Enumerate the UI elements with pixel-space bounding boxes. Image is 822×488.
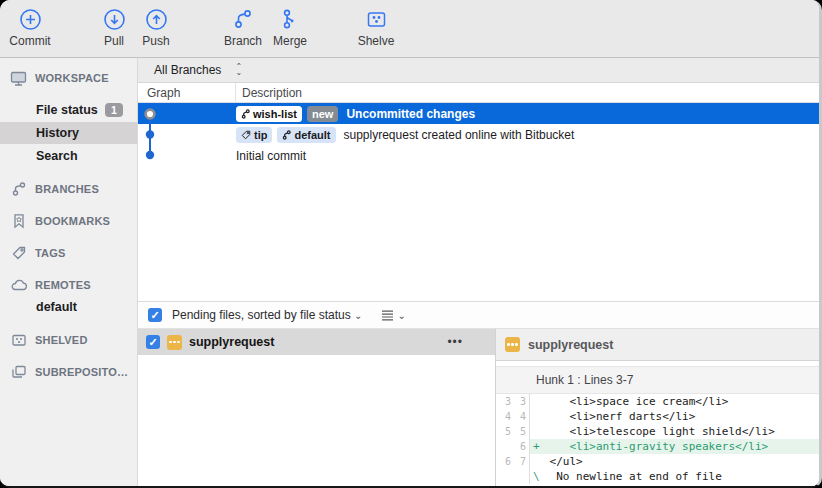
new-badge: new — [307, 106, 338, 122]
sidebar-section-subrepositories[interactable]: SUBREPOSITO… — [0, 362, 137, 382]
commit-history-list: wish-list new Uncommitted changes tip — [138, 103, 819, 301]
branch-button[interactable]: Branch — [219, 0, 267, 48]
diff-body: Hunk 1 : Lines 3-7 33 <li>space ice crea… — [496, 361, 819, 486]
merge-label: Merge — [273, 34, 307, 48]
diff-line: 67 </ul> — [496, 454, 819, 469]
check-icon: ✓ — [150, 309, 159, 322]
branch-filter-stepper[interactable]: ⌃ ⌄ — [235, 64, 242, 76]
push-button[interactable]: Push — [135, 0, 177, 48]
sidebar-item-search[interactable]: Search — [0, 145, 137, 167]
file-status-label: File status — [36, 103, 98, 117]
commit-message: supplyrequest created online with Bitbuc… — [344, 128, 575, 142]
tag-icon — [10, 245, 27, 262]
view-options-button[interactable]: ⌄ — [381, 310, 406, 321]
content-area: WORKSPACE File status 1 History Search B… — [0, 58, 819, 486]
branch-glyph-icon — [241, 109, 250, 119]
sidebar: WORKSPACE File status 1 History Search B… — [0, 58, 138, 486]
badge-label: wish-list — [253, 108, 297, 120]
branch-badge-default: default — [277, 127, 335, 143]
badge-label: default — [294, 129, 330, 141]
pending-files-sort-dropdown[interactable]: Pending files, sorted by file status ⌄ — [172, 308, 363, 322]
check-icon: ✓ — [148, 336, 157, 349]
workspace-label: WORKSPACE — [35, 72, 109, 84]
pending-files-bar: ✓ Pending files, sorted by file status ⌄… — [138, 301, 819, 328]
remote-default-label: default — [36, 300, 77, 314]
sidebar-section-shelved[interactable]: SHELVED — [0, 330, 137, 350]
commit-row-initial[interactable]: Initial commit — [138, 145, 819, 166]
search-label: Search — [36, 149, 78, 163]
commit-message: Initial commit — [236, 149, 306, 163]
shelved-icon — [10, 332, 27, 349]
commit-row-uncommitted[interactable]: wish-list new Uncommitted changes — [138, 103, 819, 124]
file-status-count-badge: 1 — [105, 103, 123, 117]
branch-filter-label: All Branches — [154, 63, 221, 77]
tag-badge-tip: tip — [236, 127, 272, 143]
branch-badge-wishlist: wish-list — [236, 106, 302, 122]
sidebar-item-history[interactable]: History — [0, 122, 137, 144]
diff-line: 44 <li>nerf darts</li> — [496, 409, 819, 424]
diff-line: 33 <li>space ice cream</li> — [496, 394, 819, 409]
sidebar-item-file-status[interactable]: File status 1 — [0, 99, 137, 121]
sidebar-section-remotes[interactable]: REMOTES — [0, 275, 137, 295]
workspace-monitor-icon — [10, 70, 27, 87]
diff-line-added: 6 + <li>anti-gravity speakers</li> — [496, 439, 819, 454]
pull-button[interactable]: Pull — [95, 0, 133, 48]
diff-pane: supplyrequest Hunk 1 : Lines 3-7 33 <li>… — [496, 329, 819, 486]
file-more-button[interactable]: ••• — [447, 335, 463, 349]
modified-file-icon — [167, 335, 182, 350]
list-lines-icon — [381, 310, 394, 321]
sidebar-section-bookmarks[interactable]: BOOKMARKS — [0, 211, 137, 231]
commit-message: Uncommitted changes — [346, 107, 475, 121]
sidebar-item-remote-default[interactable]: default — [0, 296, 137, 318]
branch-glyph-icon — [282, 130, 291, 140]
pending-files-checkbox[interactable]: ✓ — [148, 308, 162, 322]
pull-label: Pull — [104, 34, 124, 48]
branch-icon — [231, 7, 255, 31]
cloud-icon — [10, 277, 27, 294]
file-checkbox[interactable]: ✓ — [146, 335, 160, 349]
tags-label: TAGS — [35, 247, 66, 259]
merge-button[interactable]: Merge — [267, 0, 313, 48]
hunk-header: Hunk 1 : Lines 3-7 — [496, 366, 819, 394]
history-label: History — [36, 126, 79, 140]
commit-button[interactable]: Commit — [4, 0, 56, 48]
pending-files-label: Pending files, sorted by file status — [172, 308, 351, 322]
tag-glyph-icon — [241, 130, 251, 140]
remotes-label: REMOTES — [35, 279, 91, 291]
shelve-button[interactable]: Shelve — [351, 0, 401, 48]
sourcetree-window: Commit Pull Push Branch — [0, 0, 822, 488]
branch-label: Branch — [224, 34, 262, 48]
diff-header: supplyrequest — [496, 329, 819, 361]
merge-icon — [278, 7, 302, 31]
subrepositories-label: SUBREPOSITO… — [35, 366, 128, 378]
toolbar: Commit Pull Push Branch — [0, 0, 819, 58]
file-name: supplyrequest — [189, 335, 440, 349]
badge-label: new — [312, 108, 333, 120]
chevron-down-icon: ⌄ — [235, 70, 242, 76]
shelved-label: SHELVED — [35, 334, 88, 346]
column-header-description[interactable]: Description — [236, 86, 302, 100]
sidebar-section-branches[interactable]: BRANCHES — [0, 179, 137, 199]
chevron-down-icon: ⌄ — [354, 310, 362, 321]
branches-label: BRANCHES — [35, 183, 99, 195]
commit-row-tip[interactable]: tip default supplyrequest created online… — [138, 124, 819, 145]
diff-line: 55 <li>telescope light shield</li> — [496, 424, 819, 439]
diff-line-no-newline: \ No newline at end of file — [496, 469, 819, 484]
column-header-graph[interactable]: Graph — [138, 83, 236, 102]
file-row-supplyrequest[interactable]: ✓ supplyrequest ••• — [138, 329, 495, 355]
push-label: Push — [142, 34, 169, 48]
badge-label: tip — [254, 129, 267, 141]
bookmark-star-icon — [10, 213, 27, 230]
file-list-pane: ✓ supplyrequest ••• — [138, 329, 496, 486]
branches-icon — [10, 181, 27, 198]
main-pane: All Branches ⌃ ⌄ Graph Description wish-… — [138, 58, 819, 486]
subrepositories-icon — [10, 364, 27, 381]
push-arrow-icon — [144, 7, 168, 31]
diff-file-title: supplyrequest — [528, 338, 613, 352]
sidebar-section-workspace: WORKSPACE — [0, 68, 137, 88]
branch-filter-bar: All Branches ⌃ ⌄ — [138, 58, 819, 83]
history-column-headers: Graph Description — [138, 83, 819, 103]
shelve-icon — [364, 7, 388, 31]
sidebar-section-tags[interactable]: TAGS — [0, 243, 137, 263]
pull-arrow-icon — [102, 7, 126, 31]
